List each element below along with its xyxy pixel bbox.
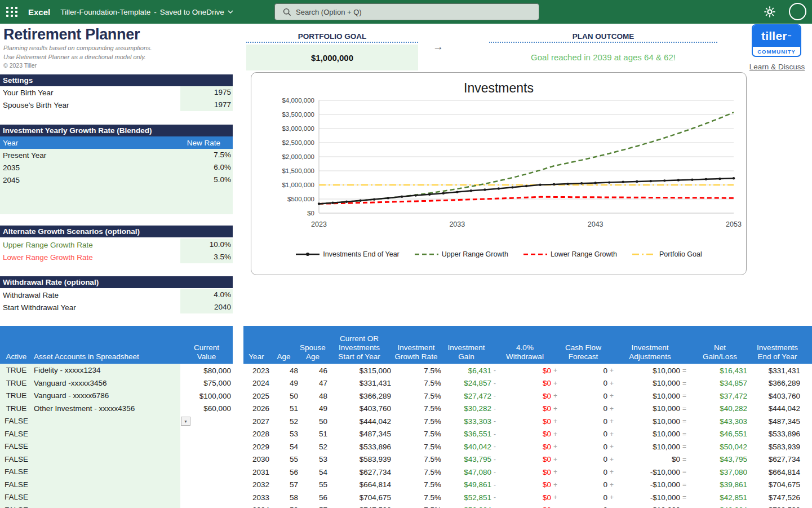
- projection-cell[interactable]: 49: [269, 379, 298, 387]
- projection-cell[interactable]: $704,675: [747, 480, 807, 489]
- projection-cell[interactable]: $0: [499, 480, 551, 489]
- projection-cell[interactable]: 7.5%: [391, 443, 441, 451]
- projection-cell[interactable]: 0: [559, 366, 607, 375]
- projection-cell[interactable]: $533,896: [327, 443, 391, 451]
- projection-cell[interactable]: $487,345: [327, 430, 391, 438]
- projection-cell[interactable]: $627,734: [327, 468, 391, 476]
- projection-cell[interactable]: $0: [499, 443, 551, 451]
- projection-cell[interactable]: -$10,000: [620, 468, 680, 476]
- projection-cell[interactable]: -$10,000: [620, 480, 680, 489]
- projection-cell[interactable]: 56: [269, 468, 298, 476]
- row-value-cell[interactable]: 10.0%: [180, 238, 233, 251]
- row-value-cell[interactable]: 1977: [180, 99, 233, 111]
- projection-cell[interactable]: $704,675: [327, 493, 391, 502]
- projection-cell[interactable]: 2026: [243, 404, 269, 413]
- projection-cell[interactable]: $627,734: [747, 455, 807, 463]
- projection-cell[interactable]: $10,000: [620, 417, 680, 426]
- projection-cell[interactable]: $444,042: [327, 417, 391, 426]
- projection-cell[interactable]: $6,431: [441, 366, 491, 375]
- projection-cell[interactable]: $50,042: [693, 443, 747, 451]
- row-value-cell[interactable]: 4.0%: [180, 289, 233, 301]
- projection-cell[interactable]: $747,526: [747, 493, 807, 502]
- projection-cell[interactable]: 2030: [243, 455, 269, 463]
- projection-cell[interactable]: $664,814: [747, 468, 807, 476]
- projection-cell[interactable]: $10,000: [620, 443, 680, 451]
- projection-cell[interactable]: $37,472: [693, 392, 747, 400]
- projection-cell[interactable]: 48: [298, 392, 327, 400]
- projection-cell[interactable]: 55: [298, 480, 327, 489]
- asset-active-cell[interactable]: FALSE: [0, 428, 33, 441]
- projection-cell[interactable]: 2029: [243, 443, 269, 451]
- account-avatar[interactable]: [789, 3, 806, 20]
- projection-cell[interactable]: $10,000: [620, 366, 680, 375]
- projection-cell[interactable]: 2023: [243, 366, 269, 375]
- asset-active-cell[interactable]: FALSE: [0, 491, 33, 504]
- asset-name-cell[interactable]: [33, 440, 180, 453]
- projection-cell[interactable]: 2032: [243, 480, 269, 489]
- projection-cell[interactable]: -$10,000: [620, 493, 680, 502]
- projection-cell[interactable]: $52,851: [441, 493, 491, 502]
- projection-cell[interactable]: $43,303: [693, 417, 747, 426]
- asset-dropdown-button[interactable]: ▼: [181, 417, 190, 426]
- asset-active-cell[interactable]: FALSE: [0, 453, 33, 466]
- projection-cell[interactable]: $583,939: [327, 455, 391, 463]
- projection-cell[interactable]: $49,861: [441, 480, 491, 489]
- settings-gear-icon[interactable]: [764, 6, 777, 19]
- projection-cell[interactable]: 0: [559, 417, 607, 426]
- projection-cell[interactable]: $315,000: [327, 366, 391, 375]
- projection-cell[interactable]: $10,000: [620, 404, 680, 413]
- projection-cell[interactable]: 7.5%: [391, 404, 441, 413]
- projection-cell[interactable]: 0: [559, 480, 607, 489]
- asset-active-cell[interactable]: FALSE: [0, 466, 33, 479]
- projection-cell[interactable]: $56,064: [441, 506, 491, 508]
- asset-name-cell[interactable]: [33, 491, 180, 504]
- projection-cell[interactable]: $366,289: [747, 379, 807, 387]
- asset-value-cell[interactable]: $60,000: [180, 404, 233, 413]
- projection-cell[interactable]: $46,064: [693, 506, 747, 508]
- asset-name-cell[interactable]: Fidelity - xxxxx1234: [33, 364, 180, 377]
- projection-cell[interactable]: 57: [269, 480, 298, 489]
- projection-cell[interactable]: $0: [499, 493, 551, 502]
- projection-cell[interactable]: 51: [298, 430, 327, 438]
- projection-cell[interactable]: 2027: [243, 417, 269, 426]
- projection-cell[interactable]: 52: [269, 417, 298, 426]
- asset-name-cell[interactable]: Vanguard -xxxxx3456: [33, 377, 180, 390]
- projection-cell[interactable]: 50: [269, 392, 298, 400]
- projection-cell[interactable]: 0: [559, 506, 607, 508]
- projection-cell[interactable]: 0: [559, 404, 607, 413]
- asset-active-cell[interactable]: TRUE: [0, 377, 33, 390]
- projection-cell[interactable]: $40,042: [441, 443, 491, 451]
- projection-cell[interactable]: 55: [269, 455, 298, 463]
- projection-cell[interactable]: $39,861: [693, 480, 747, 489]
- row-value-cell[interactable]: 5.0%: [180, 174, 233, 186]
- row-value-cell[interactable]: 6.0%: [180, 161, 233, 174]
- projection-cell[interactable]: 52: [298, 443, 327, 451]
- projection-cell[interactable]: $43,795: [441, 455, 491, 463]
- asset-active-cell[interactable]: TRUE: [0, 403, 33, 416]
- projection-cell[interactable]: $10,000: [620, 379, 680, 387]
- asset-active-cell[interactable]: FALSE: [0, 440, 33, 453]
- projection-cell[interactable]: 7.5%: [391, 468, 441, 476]
- projection-cell[interactable]: $10,000: [620, 430, 680, 438]
- projection-cell[interactable]: $533,896: [747, 430, 807, 438]
- projection-cell[interactable]: $664,814: [327, 480, 391, 489]
- investments-chart[interactable]: Investments $0$500,000$1,000,000$1,500,0…: [251, 72, 747, 275]
- projection-cell[interactable]: $30,282: [441, 404, 491, 413]
- projection-cell[interactable]: $747,526: [327, 506, 391, 508]
- projection-cell[interactable]: $43,795: [693, 455, 747, 463]
- projection-cell[interactable]: 7.5%: [391, 480, 441, 489]
- projection-cell[interactable]: $331,431: [327, 379, 391, 387]
- projection-cell[interactable]: 0: [559, 493, 607, 502]
- projection-cell[interactable]: $0: [499, 379, 551, 387]
- projection-cell[interactable]: $16,431: [693, 366, 747, 375]
- asset-active-cell[interactable]: FALSE: [0, 504, 33, 508]
- projection-cell[interactable]: $0: [499, 404, 551, 413]
- document-title[interactable]: Tiller-Foundation-Template - Saved to On…: [60, 8, 233, 16]
- projection-cell[interactable]: 57: [298, 506, 327, 508]
- asset-active-cell[interactable]: FALSE: [0, 415, 33, 428]
- projection-cell[interactable]: 7.5%: [391, 366, 441, 375]
- asset-name-cell[interactable]: [33, 428, 180, 441]
- projection-cell[interactable]: 54: [298, 468, 327, 476]
- projection-cell[interactable]: $444,042: [747, 404, 807, 413]
- projection-cell[interactable]: $0: [499, 417, 551, 426]
